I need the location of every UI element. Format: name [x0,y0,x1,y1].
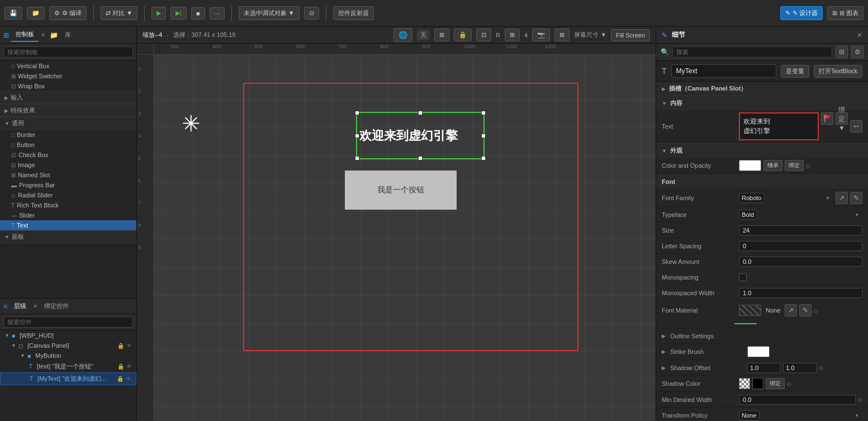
tree-item-widget-switcher[interactable]: ⊞ Widget Switcher [0,71,136,81]
tree-item-image[interactable]: ⊡ Image [0,160,136,170]
monospacing-checkbox[interactable] [739,273,747,281]
letter-spacing-input[interactable] [739,241,862,251]
lock-btn[interactable]: 🔒 [454,29,472,41]
designer-button[interactable]: ✎ ✎ 设计器 [780,6,823,20]
file-button[interactable]: 📁 [27,7,45,20]
section-general[interactable]: ▼ 通用 [0,117,136,130]
search-input[interactable] [3,46,133,58]
tree-item-radial-slider[interactable]: ◇ Radial Slider [0,190,136,200]
resize-handle-bm[interactable] [418,156,423,160]
typeface-select[interactable]: Bold [739,210,757,220]
tree-item-rich-text-block[interactable]: T Rich Text Block [0,200,136,210]
screenshot-btn[interactable]: 📷 [532,29,550,41]
tab-bind-widget[interactable]: 绑定控件 [41,301,72,311]
section-input[interactable]: ▶ 输入 [0,91,136,104]
color-swatch[interactable] [739,160,761,171]
grid-btn1[interactable]: ⊞ [434,29,449,41]
strike-brush-swatch[interactable] [747,346,770,357]
tree-item-named-slot[interactable]: ⊞ Named Slot [0,170,136,180]
layer-item-canvas-panel[interactable]: ▼ ◻ [Canvas Panel] 🔒 👁 [0,340,136,351]
fill-screen-btn[interactable]: Fill Screen [611,29,650,41]
tab-control-board[interactable]: 控制板 [11,28,39,42]
compile-button[interactable]: ⚙ ⚙ 编译 [49,6,87,20]
layer-search-input[interactable] [3,316,133,328]
play-button[interactable]: ▶ [151,7,166,20]
appearance-section-header[interactable]: ▼ 外观 [656,144,868,158]
widget-reflector-button[interactable]: 控件反射器 [333,6,374,20]
edit-material-btn[interactable]: ✎ [799,304,812,316]
tab-close-control-board[interactable]: ✕ [41,32,45,38]
grid-view-btn[interactable]: ⊞ [836,46,848,58]
size-input[interactable] [739,225,862,235]
section-panel[interactable]: ▼ 面板 [0,230,136,243]
stop-button[interactable]: ■ [191,7,205,20]
tree-item-slider[interactable]: — Slider [0,210,136,220]
is-variable-btn[interactable]: 是变量 [781,65,809,78]
diamond-min-width[interactable]: ◇ [858,396,862,403]
layer-item-text-button[interactable]: T [text] "我是一个按钮" 🔒 👁 [0,361,136,372]
browse-font-btn[interactable]: ↗ [836,192,848,204]
compare-button[interactable]: ⇄ 对比 ▼ [101,6,137,20]
resize-handle-ml[interactable] [355,134,359,138]
selected-text-widget[interactable]: 欢迎来到虚幻引擎 [356,112,485,159]
graph-button[interactable]: ⊞ ⊞ 图表 [827,6,864,20]
shadow-x-input[interactable] [747,363,781,373]
flag-btn[interactable]: 🚩 [821,112,833,125]
tree-item-button[interactable]: □ Button [0,140,136,150]
play-next-button[interactable]: ▶| [170,7,187,20]
grid-btn2[interactable]: ⊡ [476,29,491,41]
record-button[interactable]: ⊙ [304,7,319,20]
grid-btn3[interactable]: ⊞ [505,29,520,41]
diamond-color[interactable]: ◇ [806,163,810,169]
tab-hierarchy-close[interactable]: ✕ [33,303,37,309]
details-panel-close[interactable]: ✕ [857,31,862,39]
mono-width-input[interactable] [739,288,862,298]
diamond-shadow-offset[interactable]: ◇ [819,365,823,371]
tree-item-checkbox[interactable]: ☑ Check Box [0,150,136,160]
bind-btn-text[interactable]: 绑定 ▼ [836,112,848,125]
canvas-area[interactable]: 300 400 500 600 700 800 900 1000 1100 12… [137,44,656,421]
skew-input[interactable] [739,257,862,267]
resize-handle-tl[interactable] [355,111,359,115]
shadow-y-input[interactable] [783,363,817,373]
min-width-input[interactable] [739,395,856,405]
resize-handle-tr[interactable] [481,111,486,115]
resize-handle-mr[interactable] [481,134,486,138]
text-content-input[interactable]: 欢迎来到 虚幻引擎 [739,112,819,140]
resize-handle-br[interactable] [481,156,486,160]
tab-library[interactable]: 库 [60,29,75,41]
open-textblock-btn[interactable]: 打开TextBlock [814,65,862,78]
debug-target-button[interactable]: 未选中调试对象 ▼ [239,6,300,20]
more-button[interactable]: ··· [210,7,225,20]
bind-btn-shadow[interactable]: 绑定 [766,378,785,389]
canvas-button-widget[interactable]: 我是一个按钮 [345,171,457,210]
diamond-material[interactable]: ◇ [814,308,818,314]
slot-section-header[interactable]: ▶ 插槽（Canvas Panel Slot） [656,82,868,96]
widget-name-input[interactable] [671,64,776,78]
resize-handle-tm[interactable] [418,111,423,115]
layer-item-wbp-hud[interactable]: ▼ ■ [WBP_HUD] [0,330,136,340]
tree-item-wrap-box[interactable]: ⊡ Wrap Box [0,81,136,91]
save-button[interactable]: 💾 [4,7,22,20]
tree-item-border[interactable]: □ Border [0,130,136,140]
bind-btn-color[interactable]: 绑定 [785,160,804,171]
globe-icon-btn[interactable]: 🌐 [393,28,412,42]
layer-item-mytext[interactable]: T [MyText] "欢迎来到虚幻... 🔒 👁 [0,372,136,385]
zoom-btn[interactable]: ⊞ [554,29,570,41]
resize-handle-bl[interactable] [355,156,359,160]
tree-item-progress-bar[interactable]: ▬ Progress Bar [0,180,136,190]
tree-item-vertical-box[interactable]: □ Vertical Box [0,61,136,71]
diamond-shadow-color[interactable]: ◇ [787,381,791,387]
shadow-color-black[interactable] [752,378,763,389]
font-family-select[interactable]: Roboto [739,193,765,203]
inherit-btn[interactable]: 继承 [763,160,782,171]
edit-font-btn[interactable]: ✎ [850,192,862,204]
details-search-input[interactable] [672,46,832,58]
tree-item-text[interactable]: T Text [0,220,136,230]
section-special-effects[interactable]: ▶ 特殊效果 [0,104,136,117]
tab-hierarchy[interactable]: 层级 [11,301,30,311]
browse-material-btn[interactable]: ↗ [785,304,797,316]
reset-text-btn[interactable]: ↩ [850,120,862,133]
transform-policy-select[interactable]: None [739,410,760,420]
settings-btn[interactable]: ⚙ [851,46,864,58]
